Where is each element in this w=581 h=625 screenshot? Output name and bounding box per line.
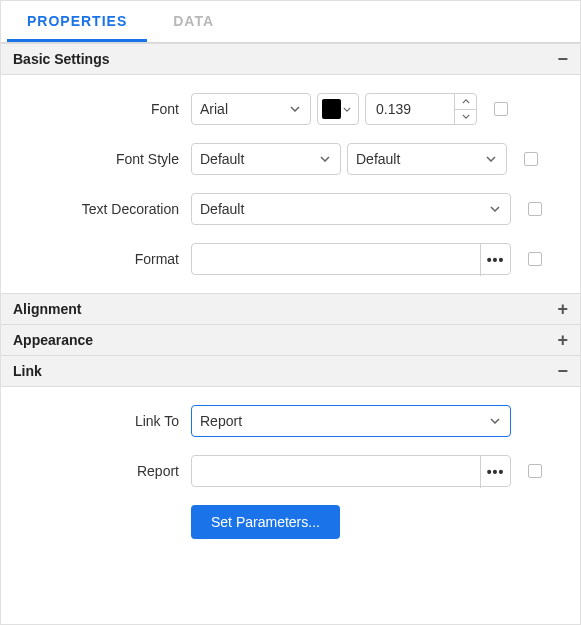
link-to-value: Report: [200, 413, 242, 429]
font-style-select-1[interactable]: Default: [191, 143, 341, 175]
section-title: Appearance: [13, 332, 93, 348]
text-decoration-checkbox[interactable]: [528, 202, 542, 216]
font-size-value[interactable]: 0.139: [366, 94, 454, 124]
color-swatch: [322, 99, 341, 119]
section-basic-body: Font Arial 0.139: [1, 75, 580, 293]
ellipsis-icon: •••: [487, 252, 505, 268]
font-style-value-2: Default: [356, 151, 400, 167]
spinner-up[interactable]: [455, 94, 476, 110]
tab-data[interactable]: DATA: [153, 1, 234, 42]
label-font: Font: [1, 101, 191, 117]
report-checkbox[interactable]: [528, 464, 542, 478]
font-color-picker[interactable]: [317, 93, 359, 125]
font-family-value: Arial: [200, 101, 228, 117]
font-checkbox[interactable]: [494, 102, 508, 116]
font-size-spinner[interactable]: 0.139: [365, 93, 477, 125]
row-set-parameters: Set Parameters...: [1, 505, 570, 539]
spinner-down[interactable]: [455, 110, 476, 125]
report-input-group: •••: [191, 455, 511, 487]
font-style-value-1: Default: [200, 151, 244, 167]
link-to-select[interactable]: Report: [191, 405, 511, 437]
chevron-down-icon: [341, 102, 354, 116]
section-basic-settings[interactable]: Basic Settings −: [1, 43, 580, 75]
chevron-down-icon: [488, 202, 502, 216]
section-link[interactable]: Link −: [1, 356, 580, 387]
text-decoration-value: Default: [200, 201, 244, 217]
format-input[interactable]: [192, 244, 480, 274]
ellipsis-icon: •••: [487, 464, 505, 480]
section-title: Alignment: [13, 301, 81, 317]
collapse-icon: −: [557, 50, 568, 68]
format-checkbox[interactable]: [528, 252, 542, 266]
label-link-to: Link To: [1, 413, 191, 429]
section-appearance[interactable]: Appearance +: [1, 325, 580, 356]
label-report: Report: [1, 463, 191, 479]
tab-bar: PROPERTIES DATA: [1, 1, 580, 43]
label-font-style: Font Style: [1, 151, 191, 167]
text-decoration-select[interactable]: Default: [191, 193, 511, 225]
expand-icon: +: [557, 331, 568, 349]
properties-panel: PROPERTIES DATA Basic Settings − Font Ar…: [0, 0, 581, 625]
chevron-down-icon: [318, 152, 332, 166]
label-format: Format: [1, 251, 191, 267]
report-browse-button[interactable]: •••: [480, 456, 510, 488]
report-input[interactable]: [192, 456, 480, 486]
section-title: Link: [13, 363, 42, 379]
section-title: Basic Settings: [13, 51, 109, 67]
collapse-icon: −: [557, 362, 568, 380]
row-format: Format •••: [1, 243, 570, 275]
chevron-down-icon: [288, 102, 302, 116]
chevron-down-icon: [488, 414, 502, 428]
expand-icon: +: [557, 300, 568, 318]
tab-properties[interactable]: PROPERTIES: [7, 1, 147, 42]
row-report: Report •••: [1, 455, 570, 487]
set-parameters-button[interactable]: Set Parameters...: [191, 505, 340, 539]
chevron-down-icon: [484, 152, 498, 166]
row-font: Font Arial 0.139: [1, 93, 570, 125]
row-link-to: Link To Report: [1, 405, 570, 437]
section-link-body: Link To Report Report •••: [1, 387, 580, 557]
section-alignment[interactable]: Alignment +: [1, 293, 580, 325]
font-style-checkbox[interactable]: [524, 152, 538, 166]
format-browse-button[interactable]: •••: [480, 244, 510, 276]
font-style-select-2[interactable]: Default: [347, 143, 507, 175]
label-text-decoration: Text Decoration: [1, 201, 191, 217]
format-input-group: •••: [191, 243, 511, 275]
row-font-style: Font Style Default Default: [1, 143, 570, 175]
font-family-select[interactable]: Arial: [191, 93, 311, 125]
row-text-decoration: Text Decoration Default: [1, 193, 570, 225]
